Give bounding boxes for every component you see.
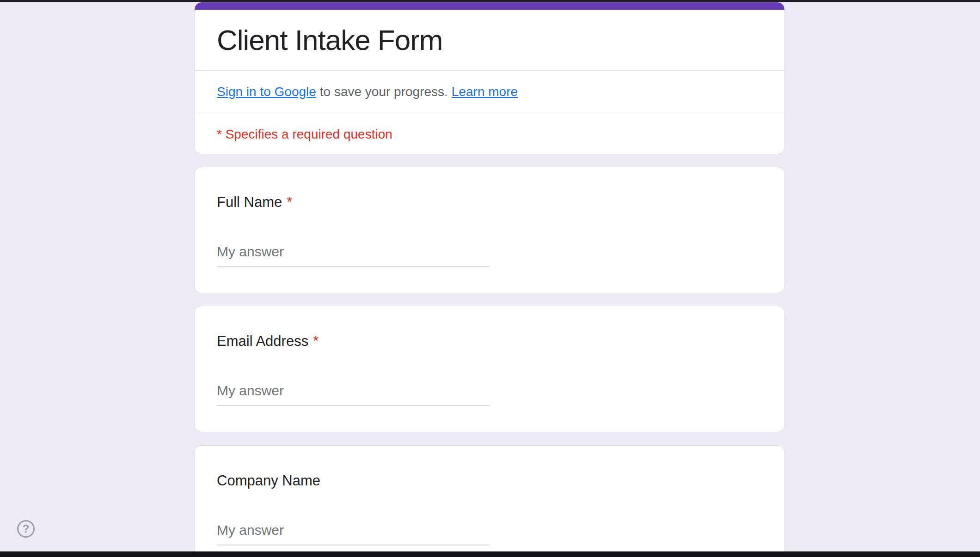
question-card-email-address: Email Address* — [194, 306, 785, 432]
title-row: Client Intake Form — [195, 10, 784, 70]
theme-accent-bar — [195, 2, 784, 10]
required-asterisk: * — [287, 194, 292, 210]
signin-row: Sign in to Google to save your progress.… — [195, 70, 784, 113]
signin-text: to save your progress. — [320, 85, 448, 99]
question-label-text: Email Address — [217, 333, 308, 349]
question-label: Full Name* — [217, 193, 762, 211]
question-card-full-name: Full Name* — [194, 167, 785, 293]
question-label: Email Address* — [217, 332, 762, 350]
answer-input-company-name[interactable] — [217, 522, 490, 545]
sign-in-link[interactable]: Sign in to Google — [217, 85, 316, 99]
form-title: Client Intake Form — [217, 24, 443, 56]
question-label-text: Full Name — [217, 194, 282, 210]
answer-input-email-address[interactable] — [217, 382, 490, 406]
help-icon: ? — [23, 522, 30, 535]
question-card-company-name: Company Name — [194, 445, 785, 557]
required-asterisk: * — [313, 333, 318, 349]
bottom-edge-bar — [0, 551, 980, 557]
required-note-row: * Specifies a required question — [195, 113, 784, 154]
question-label-text: Company Name — [217, 472, 320, 489]
question-label: Company Name — [217, 472, 762, 490]
top-edge-bar — [0, 0, 980, 2]
learn-more-link[interactable]: Learn more — [452, 85, 518, 99]
required-note: * Specifies a required question — [217, 127, 392, 142]
help-button[interactable]: ? — [17, 520, 35, 538]
form-header-card: Client Intake Form Sign in to Google to … — [194, 2, 785, 154]
answer-input-full-name[interactable] — [217, 243, 490, 267]
